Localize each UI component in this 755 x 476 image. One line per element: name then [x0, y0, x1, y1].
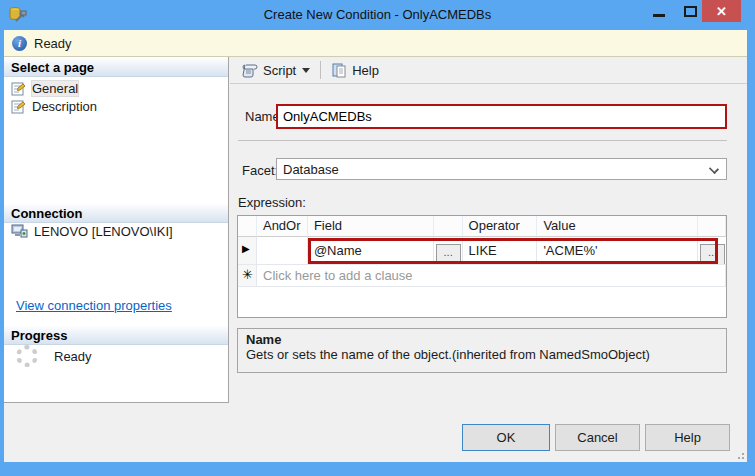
grid-header-operator: Operator: [463, 216, 538, 237]
progress-status: Ready: [16, 345, 92, 367]
main-panel: Script Help Name: Fa: [230, 57, 747, 462]
new-row-marker-icon: ✳: [238, 265, 257, 286]
sidebar-item-general[interactable]: General: [4, 79, 228, 97]
status-bar: i Ready: [4, 30, 747, 57]
field-ellipsis-cell: ...: [434, 237, 463, 264]
help-button-toolbar[interactable]: Help: [327, 60, 383, 80]
table-row: ▶ @Name ... LIKE 'ACME%' ...: [238, 237, 726, 265]
expression-label: Expression:: [238, 195, 306, 210]
progress-header: Progress: [4, 326, 228, 345]
resize-grip[interactable]: [734, 449, 744, 459]
new-clause-row[interactable]: ✳ Click here to add a clause: [238, 265, 726, 287]
operator-cell[interactable]: LIKE: [463, 237, 538, 264]
toolbar-separator: [320, 61, 321, 79]
title-bar[interactable]: Create New Condition - OnlyACMEDBs ✕: [0, 0, 755, 30]
connection-server: LENOVO [LENOVO\IKI]: [11, 223, 173, 239]
grid-header-value-ellipsis: [698, 216, 726, 237]
field-cell[interactable]: @Name: [308, 237, 434, 264]
value-cell[interactable]: 'ACME%': [537, 237, 698, 264]
info-icon: i: [12, 36, 27, 51]
expression-grid: AndOr Field Operator Value ▶ @Name ... L…: [237, 215, 727, 318]
andor-cell[interactable]: [257, 237, 308, 264]
name-input[interactable]: [276, 104, 727, 129]
separator-line: [238, 140, 727, 141]
facet-label: Facet:: [242, 163, 278, 178]
dialog-window: Create New Condition - OnlyACMEDBs ✕ i R…: [0, 0, 755, 476]
property-description: Gets or sets the name of the object.(inh…: [246, 347, 718, 362]
maximize-button[interactable]: [677, 0, 703, 22]
chevron-down-icon: [302, 68, 310, 73]
ok-button[interactable]: OK: [462, 424, 550, 451]
script-button-label: Script: [263, 63, 296, 78]
window-title: Create New Condition - OnlyACMEDBs: [0, 0, 755, 30]
grid-header-row: AndOr Field Operator Value: [238, 216, 726, 237]
cancel-button[interactable]: Cancel: [555, 424, 640, 451]
status-text: Ready: [34, 36, 72, 51]
grid-header-selector: [238, 216, 257, 237]
facet-selected-value: Database: [283, 162, 339, 177]
dialog-client-area: i Ready Select a page General: [4, 30, 747, 462]
value-ellipsis-button[interactable]: ...: [700, 244, 725, 264]
sidebar-item-description[interactable]: Description: [4, 97, 228, 115]
help-button-toolbar-label: Help: [352, 63, 379, 78]
sidebar-item-label: Description: [32, 99, 97, 114]
server-name: LENOVO [LENOVO\IKI]: [34, 224, 173, 239]
page-icon: [11, 81, 26, 96]
view-connection-properties-link[interactable]: View connection properties: [16, 298, 172, 313]
grid-header-value: Value: [537, 216, 698, 237]
facet-select[interactable]: Database: [276, 158, 727, 180]
property-description-panel: Name Gets or sets the name of the object…: [237, 328, 727, 373]
close-button[interactable]: ✕: [702, 0, 741, 22]
script-button[interactable]: Script: [238, 60, 314, 80]
page-icon: [11, 99, 26, 114]
minimize-button[interactable]: [646, 0, 672, 22]
field-ellipsis-button[interactable]: ...: [436, 244, 461, 264]
help-icon: [331, 62, 347, 78]
grid-header-field-ellipsis: [434, 216, 463, 237]
property-name: Name: [246, 332, 718, 347]
chevron-down-icon: [709, 164, 719, 174]
toolbar: Script Help: [230, 57, 747, 84]
sidebar-item-label: General: [32, 81, 78, 96]
help-button[interactable]: Help: [645, 424, 730, 451]
progress-spinner-icon: [16, 345, 38, 367]
progress-status-text: Ready: [54, 349, 92, 364]
script-icon: [242, 62, 258, 78]
grid-header-andor: AndOr: [257, 216, 308, 237]
select-a-page-header: Select a page: [4, 58, 228, 77]
server-icon: [11, 223, 28, 239]
maximize-icon: [684, 6, 697, 17]
sidebar: Select a page General: [4, 57, 229, 403]
connection-header: Connection: [4, 204, 228, 223]
new-clause-placeholder[interactable]: Click here to add a clause: [257, 265, 726, 286]
value-ellipsis-cell: ...: [698, 237, 726, 264]
current-row-marker-icon: ▶: [238, 237, 257, 264]
grid-header-field: Field: [308, 216, 434, 237]
close-icon: ✕: [716, 4, 727, 19]
minimize-icon: [653, 14, 665, 17]
